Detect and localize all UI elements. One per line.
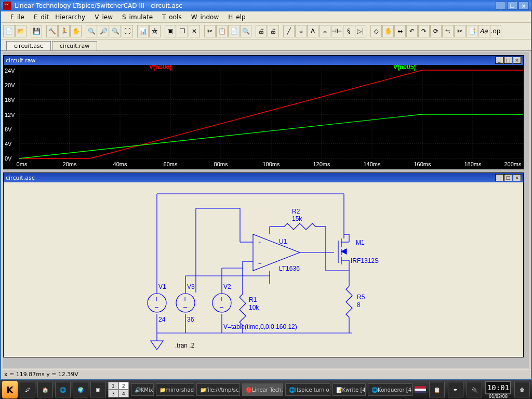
menu-view[interactable]: View — [88, 12, 116, 22]
zoom-out-icon[interactable]: 🔍 — [110, 25, 121, 37]
close-win-icon[interactable]: ✕ — [189, 25, 200, 37]
window-title: Linear Technology LTspice/SwitcherCAD II… — [15, 2, 182, 9]
control-panel-icon[interactable]: 🔨 — [46, 25, 58, 37]
plot-min-button[interactable]: _ — [495, 57, 503, 64]
label-U1-part: LT1636 — [279, 265, 300, 272]
menu-file[interactable]: File — [4, 12, 28, 22]
tray-trash-icon[interactable]: 🗑 — [514, 382, 530, 397]
sch-close-button[interactable]: × — [513, 174, 521, 181]
toggle-icon[interactable]: ⛤ — [149, 25, 161, 37]
maximize-button[interactable]: ☐ — [507, 2, 517, 10]
zoom-pan-icon[interactable]: 🔎 — [98, 25, 109, 37]
svg-text:16V: 16V — [5, 97, 15, 103]
tab-circuit-asc[interactable]: circuit.asc — [6, 41, 51, 50]
schematic-titlebar: circuit.asc _ □ × — [4, 173, 523, 182]
title-bar: Linear Technology LTspice/SwitcherCAD II… — [1, 0, 531, 11]
tray-pen-icon[interactable]: ✒ — [448, 382, 463, 397]
menu-help[interactable]: Help — [222, 12, 248, 22]
task-file[interactable]: 📁 file:///tmp/sc… — [196, 383, 240, 396]
open-icon[interactable]: 📂 — [15, 25, 26, 37]
wire-icon[interactable]: ╱ — [283, 25, 295, 37]
plot-max-button[interactable]: □ — [504, 57, 512, 64]
tray-power-icon[interactable]: 🔌 — [467, 382, 482, 397]
svg-text:−: − — [219, 303, 223, 311]
task-ltspice[interactable]: 🔴 Linear Tech… — [242, 383, 283, 396]
rotate-icon[interactable]: ⟳ — [430, 25, 442, 37]
task-mirror[interactable]: 📁 mirrorshade — [156, 383, 194, 396]
print-icon[interactable]: 🖨 — [256, 25, 267, 37]
menu-hierarchy[interactable]: Hierarchy — [52, 12, 88, 22]
tile-icon[interactable]: ▣ — [165, 25, 176, 37]
duplicate-icon[interactable]: 📑 — [466, 25, 477, 37]
svg-text:200ms: 200ms — [504, 161, 522, 167]
zoom-fit-icon[interactable]: ⛶ — [122, 25, 133, 37]
text-icon[interactable]: Aa — [478, 25, 489, 37]
copy-icon[interactable]: 📋 — [216, 25, 228, 37]
tray-clock[interactable]: 10:01 — [485, 381, 511, 394]
tray-flag-icon[interactable] — [415, 386, 426, 393]
svg-text:160ms: 160ms — [414, 161, 431, 167]
task-ltspice2[interactable]: 🌐 ltspice turn o… — [285, 383, 330, 396]
menu-edit[interactable]: Edit — [28, 12, 52, 22]
menu-simulate[interactable]: Simulate — [116, 12, 156, 22]
close-button[interactable]: × — [518, 2, 529, 10]
cut-icon[interactable]: ✂ — [204, 25, 216, 37]
tray-desktop-icon[interactable]: 🖊 — [20, 382, 35, 397]
kde-taskbar: K 🖊 🏠 🌐 🌍 ▣ 1234 🔊 KMix 📁 mirrorshade 📁 … — [0, 380, 532, 399]
redo-icon[interactable]: ↷ — [418, 25, 430, 37]
new-schematic-icon[interactable]: 📄 — [3, 25, 15, 37]
label-V3-name: V3 — [187, 283, 195, 290]
svg-text:24V: 24V — [5, 68, 15, 74]
diode-icon[interactable]: ▷| — [355, 25, 366, 37]
move-icon[interactable]: ✋ — [382, 25, 394, 37]
svg-text:0V: 0V — [5, 155, 12, 162]
run-icon[interactable]: 🏃 — [58, 25, 70, 37]
capacitor-icon[interactable]: ⊣⊢ — [331, 25, 342, 37]
menu-window[interactable]: Window — [185, 12, 222, 22]
label-icon[interactable]: A — [307, 25, 318, 37]
label-V1-name: V1 — [158, 283, 166, 290]
component-icon[interactable]: ◇ — [370, 25, 382, 37]
plot-close-button[interactable]: × — [513, 57, 521, 64]
tray-klipper-icon[interactable]: 📋 — [429, 382, 445, 397]
delete-icon[interactable]: ✂ — [454, 25, 466, 37]
find-icon[interactable]: 🔍 — [240, 25, 251, 37]
spice-tran[interactable]: .tran .2 — [175, 342, 195, 349]
undo-icon[interactable]: ↶ — [406, 25, 418, 37]
tray-web-icon[interactable]: 🌐 — [55, 382, 71, 397]
ground-icon[interactable]: ⏚ — [295, 25, 307, 37]
spice-directive-icon[interactable]: .op — [490, 25, 501, 37]
svg-text:180ms: 180ms — [464, 161, 482, 167]
sch-min-button[interactable]: _ — [495, 174, 503, 181]
menu-tools[interactable]: Tools — [156, 12, 185, 22]
label-U1-name: U1 — [279, 238, 287, 245]
inductor-icon[interactable]: § — [343, 25, 354, 37]
schematic-area[interactable]: + − — [4, 182, 523, 357]
task-konq[interactable]: 🌐 Konqueror [4… — [368, 383, 413, 396]
tab-circuit-raw[interactable]: circuit.raw — [52, 41, 98, 50]
autorange-icon[interactable]: 📊 — [137, 25, 149, 37]
plot-area[interactable]: V(n006) V(n005) 0V 4V 8V 12V 16V 20V 24V — [4, 65, 523, 169]
k-menu[interactable]: K — [2, 381, 18, 398]
cascade-icon[interactable]: ❐ — [177, 25, 188, 37]
svg-text:80ms: 80ms — [214, 161, 228, 167]
print-setup-icon[interactable]: 🖨 — [268, 25, 279, 37]
tray-konsole-icon[interactable]: ▣ — [90, 382, 106, 397]
svg-text:0ms: 0ms — [17, 161, 28, 167]
tray-home-icon[interactable]: 🏠 — [37, 382, 53, 397]
task-kmix[interactable]: 🔊 KMix — [131, 383, 154, 396]
zoom-in-icon[interactable]: 🔍 — [86, 25, 97, 37]
save-icon[interactable]: 💾 — [31, 25, 42, 37]
drag-icon[interactable]: ↔ — [394, 25, 406, 37]
minimize-button[interactable]: _ — [496, 2, 506, 10]
halt-icon[interactable]: ✋ — [70, 25, 82, 37]
svg-text:20V: 20V — [5, 82, 15, 88]
mirror-icon[interactable]: ⇋ — [442, 25, 454, 37]
schematic-window: circuit.asc _ □ × — [3, 172, 524, 357]
paste-icon[interactable]: 📄 — [228, 25, 240, 37]
sch-max-button[interactable]: □ — [504, 174, 512, 181]
desktop-pager[interactable]: 1234 — [108, 382, 129, 397]
resistor-icon[interactable]: ⏛ — [319, 25, 330, 37]
task-kwrite[interactable]: 📝 Kwrite [4] — [332, 383, 366, 396]
tray-globe-icon[interactable]: 🌍 — [73, 382, 88, 397]
